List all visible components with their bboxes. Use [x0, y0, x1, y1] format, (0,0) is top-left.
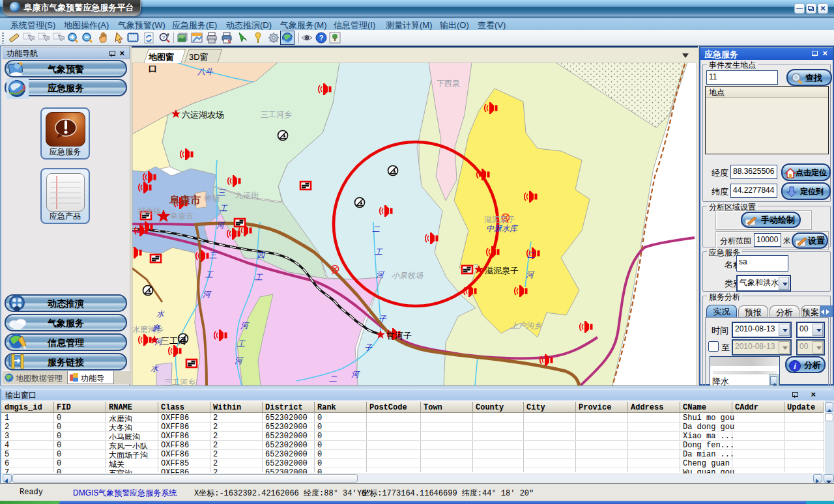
svg-text:河: 河	[216, 221, 225, 230]
svg-text:三工河乡: 三工河乡	[164, 378, 195, 385]
svg-text:河: 河	[240, 321, 250, 330]
svg-text:阜康市: 阜康市	[170, 212, 194, 221]
svg-text:三工河: 三工河	[161, 336, 186, 346]
svg-text:河: 河	[526, 270, 535, 279]
svg-text:阜康市: 阜康市	[169, 194, 201, 206]
svg-text:工: 工	[255, 273, 263, 282]
svg-text:二: 二	[527, 251, 536, 260]
svg-text:工: 工	[237, 339, 246, 348]
svg-text:三工河乡: 三工河乡	[261, 110, 292, 119]
svg-text:三: 三	[209, 251, 218, 260]
svg-text:水: 水	[156, 309, 165, 318]
svg-text:滋泥泉子: 滋泥泉子	[485, 266, 519, 275]
svg-text:工: 工	[375, 247, 383, 257]
svg-text:河: 河	[351, 370, 360, 379]
svg-text:河: 河	[154, 337, 164, 346]
svg-text:?: ?	[319, 34, 324, 42]
svg-text:二: 二	[372, 225, 381, 234]
svg-text:子: 子	[379, 315, 387, 324]
svg-text:四: 四	[257, 251, 266, 260]
svg-text:磨: 磨	[152, 324, 161, 333]
svg-text:二: 二	[329, 374, 338, 384]
svg-text:工: 工	[220, 204, 228, 213]
svg-text:中新水库: 中新水库	[486, 224, 519, 233]
svg-text:小泉牧场: 小泉牧场	[392, 271, 424, 280]
svg-text:子: 子	[364, 343, 373, 352]
svg-text:工: 工	[205, 270, 214, 279]
svg-text:九运街: 九运街	[235, 191, 259, 200]
svg-text:下西泉: 下西泉	[437, 79, 460, 88]
svg-text:滋泥泉子: 滋泥泉子	[484, 215, 515, 224]
svg-text:城关镇: 城关镇	[137, 206, 161, 216]
svg-text:河: 河	[235, 356, 244, 365]
svg-text:河: 河	[203, 290, 212, 299]
svg-text:?: ?	[162, 35, 165, 40]
svg-text:上户沟乡: 上户沟乡	[510, 321, 542, 330]
svg-text:河: 河	[376, 270, 385, 279]
svg-text:三: 三	[218, 188, 227, 197]
svg-text:六运湖农场: 六运湖农场	[182, 110, 224, 120]
svg-text:i: i	[794, 361, 796, 371]
svg-text:八斗: 八斗	[197, 67, 214, 76]
svg-text:水: 水	[151, 364, 159, 373]
svg-text:甘河子: 甘河子	[386, 331, 412, 341]
